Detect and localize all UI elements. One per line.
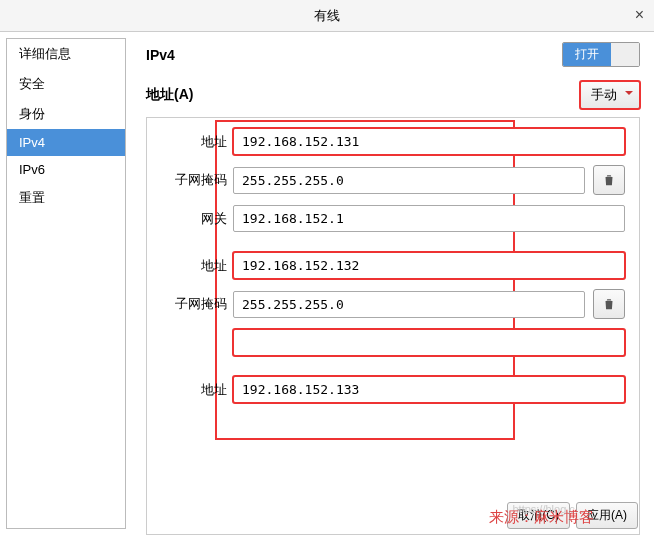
input-gateway-1[interactable] — [233, 205, 625, 232]
label-address: 地址 — [157, 133, 227, 151]
label-address: 地址 — [157, 257, 227, 275]
address-row: 地址 — [157, 128, 625, 155]
ipv4-title: IPv4 — [146, 47, 175, 63]
sidebar-item-details[interactable]: 详细信息 — [7, 39, 125, 69]
sidebar-item-security[interactable]: 安全 — [7, 69, 125, 99]
sidebar-item-reset[interactable]: 重置 — [7, 183, 125, 213]
cancel-button[interactable]: 取消(C) — [507, 502, 570, 529]
gateway-row: 网关 — [157, 205, 625, 232]
titlebar: 有线 × — [0, 0, 654, 32]
content-pane: IPv4 打开 地址(A) 手动 地址 子网掩码 — [126, 32, 654, 535]
input-address-1[interactable] — [233, 128, 625, 155]
label-netmask: 子网掩码 — [157, 295, 227, 313]
gateway-row — [157, 329, 625, 356]
netmask-row: 子网掩码 — [157, 289, 625, 319]
address-row: 地址 — [157, 376, 625, 403]
window-title: 有线 — [314, 7, 340, 25]
delete-button-2[interactable] — [593, 289, 625, 319]
close-icon[interactable]: × — [635, 6, 644, 24]
address-list: 地址 子网掩码 网关 地址 子网掩码 — [146, 117, 640, 535]
addresses-title: 地址(A) — [146, 86, 193, 104]
ipv4-toggle[interactable]: 打开 — [562, 42, 640, 67]
toggle-off-area — [611, 43, 639, 66]
address-mode-dropdown[interactable]: 手动 — [580, 81, 640, 109]
input-netmask-1[interactable] — [233, 167, 585, 194]
ipv4-header: IPv4 打开 — [146, 42, 640, 67]
input-netmask-2[interactable] — [233, 291, 585, 318]
netmask-row: 子网掩码 — [157, 165, 625, 195]
toggle-on-label: 打开 — [563, 43, 611, 66]
label-netmask: 子网掩码 — [157, 171, 227, 189]
sidebar: 详细信息 安全 身份 IPv4 IPv6 重置 — [6, 38, 126, 529]
apply-button[interactable]: 应用(A) — [576, 502, 638, 529]
address-mode-value: 手动 — [591, 87, 617, 102]
sidebar-item-identity[interactable]: 身份 — [7, 99, 125, 129]
input-gateway-2[interactable] — [233, 329, 625, 356]
address-row: 地址 — [157, 252, 625, 279]
addresses-header: 地址(A) 手动 — [146, 81, 640, 109]
sidebar-item-ipv4[interactable]: IPv4 — [7, 129, 125, 156]
main-layout: 详细信息 安全 身份 IPv4 IPv6 重置 IPv4 打开 地址(A) 手动… — [0, 32, 654, 535]
input-address-2[interactable] — [233, 252, 625, 279]
input-address-3[interactable] — [233, 376, 625, 403]
delete-button-1[interactable] — [593, 165, 625, 195]
label-gateway: 网关 — [157, 210, 227, 228]
sidebar-item-ipv6[interactable]: IPv6 — [7, 156, 125, 183]
trash-icon — [602, 297, 616, 311]
trash-icon — [602, 173, 616, 187]
dialog-buttons: 取消(C) 应用(A) — [507, 502, 638, 529]
label-address: 地址 — [157, 381, 227, 399]
